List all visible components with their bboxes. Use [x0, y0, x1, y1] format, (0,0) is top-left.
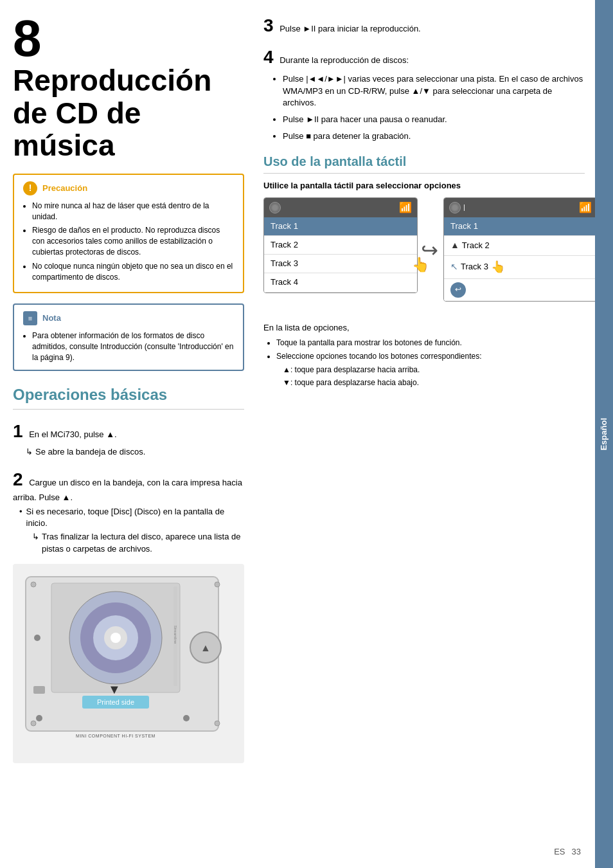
step-2-num: 2 [13, 469, 23, 489]
list-item: No coloque nunca ningún objeto que no se… [32, 261, 234, 283]
page-lang: ES [554, 846, 565, 858]
back-row[interactable]: ↩ [444, 279, 597, 301]
step-1: 1 En el MCi730, pulse ▲. ↳ Se abre la ba… [13, 419, 244, 457]
section-title-operaciones: Operaciones básicas [13, 384, 244, 410]
options-list: Toque la pantalla para mostrar los boton… [276, 338, 585, 388]
list-item: Riesgo de daños en el producto. No repro… [32, 225, 234, 257]
cd-player-svg: Printed side ▼ ▲ MINI COMPONENT HI-FI SY… [19, 570, 238, 757]
page-number: 33 [572, 846, 581, 858]
list-item: ▲: toque para desplazarse hacia arriba. [283, 365, 585, 375]
step-3-text: Pulse ►II para iniciar la reproducción. [280, 24, 421, 33]
list-item: No mire nunca al haz de láser que está d… [32, 201, 234, 222]
ts-header-1: 📶 [264, 198, 417, 217]
diagram-container: 📶 Track 1 Track 2 Track 3 Track 4 ↩ 👆 [263, 197, 585, 312]
caution-title: Precaución [42, 183, 87, 194]
nota-title: Nota [42, 312, 61, 324]
svg-text:MINI COMPONENT HI-FI SYSTEM: MINI COMPONENT HI-FI SYSTEM [76, 734, 155, 738]
svg-point-17 [31, 582, 36, 587]
track-row-d2-3[interactable]: ↙ Track 3 👆 [444, 256, 597, 279]
caution-box: ! Precaución No mire nunca al haz de lás… [13, 174, 244, 294]
svg-point-20 [215, 721, 220, 726]
cursor-icon: ↙ [450, 260, 458, 273]
list-item: Pulse ■ para detener la grabación. [283, 131, 585, 142]
track-row-3[interactable]: Track 3 [264, 255, 417, 273]
back-button-icon[interactable]: ↩ [450, 282, 466, 298]
caution-list: No mire nunca al haz de láser que está d… [32, 201, 234, 283]
list-item: ▼: toque para desplazarse hacia abajo. [283, 377, 585, 388]
list-item: Seleccione opciones tocando los botones … [276, 351, 585, 362]
step-4: 4 Durante la reproducción de discos: Pul… [263, 44, 585, 142]
triangle-up-icon: ▲ [450, 239, 459, 252]
nota-list: Para obtener información de los formatos… [32, 330, 234, 363]
subsection-title-pantalla: Uso de la pantalla táctil [263, 152, 585, 174]
caution-icon: ! [23, 181, 37, 195]
options-intro: En la lista de opciones, [263, 322, 585, 334]
svg-text:▼: ▼ [108, 682, 121, 696]
nota-box: ≡ Nota Para obtener información de los f… [13, 303, 244, 370]
step-1-sub: ↳ Se abre la bandeja de discos. [26, 446, 244, 458]
svg-point-14 [36, 715, 42, 721]
disc-icon [269, 202, 281, 213]
track-row-d2-2[interactable]: ▲ Track 2 [444, 236, 597, 256]
step-2-text: Cargue un disco en la bandeja, con la ca… [13, 478, 242, 502]
list-item: Para obtener información de los formatos… [32, 330, 234, 363]
svg-point-15 [183, 715, 190, 721]
nota-header: ≡ Nota [23, 311, 234, 325]
track-row-2[interactable]: Track 2 [264, 236, 417, 255]
side-tab: Español [595, 0, 613, 868]
list-item: Toque la pantalla para mostrar los boton… [276, 338, 585, 348]
options-section: En la lista de opciones, Toque la pantal… [263, 322, 585, 388]
svg-point-6 [111, 633, 121, 643]
track-row-4[interactable]: Track 4 [264, 273, 417, 292]
step-4-text: Durante la reproducción de discos: [280, 55, 409, 65]
svg-rect-13 [33, 686, 45, 694]
step-1-num: 1 [13, 421, 23, 441]
cd-image-area: Printed side ▼ ▲ MINI COMPONENT HI-FI SY… [13, 564, 244, 763]
step-3-num: 3 [263, 15, 274, 35]
track-row-d2-1[interactable]: Track 1 [444, 217, 597, 236]
nota-icon: ≡ [23, 311, 37, 325]
list-item: Pulse ►II para hacer una pausa o reanuda… [283, 114, 585, 125]
track-row-1[interactable]: Track 1 [264, 217, 417, 236]
step-4-list: Pulse |◄◄/►►| varias veces para seleccio… [283, 73, 585, 142]
step-4-num: 4 [263, 47, 274, 67]
list-item: Pulse |◄◄/►►| varias veces para seleccio… [283, 73, 585, 109]
step-2: 2 Cargue un disco en la bandeja, con la … [13, 467, 244, 555]
signal-icon: 📶 [399, 201, 412, 215]
page-footer: ES 33 [554, 846, 581, 858]
touchscreen-diagram-1: 📶 Track 1 Track 2 Track 3 Track 4 ↩ 👆 [263, 197, 418, 312]
step-3: 3 Pulse ►II para iniciar la reproducción… [263, 13, 585, 38]
chapter-title: Reproducción de CD de música [13, 64, 211, 162]
hand-cursor-2-icon: 👆 [491, 259, 505, 275]
ts-header-2: | 📶 [444, 198, 597, 217]
touchscreen-subheading: Utilice la pantalla táctil para seleccio… [263, 180, 585, 192]
touchscreen-diagram-2: | 📶 Track 1 ▲ Track 2 ↙ Track 3 [443, 197, 598, 312]
step-1-text: En el MCi730, pulse ▲. [29, 429, 116, 439]
svg-text:▲: ▲ [200, 642, 211, 653]
hand-cursor-icon: 👆 [412, 255, 429, 275]
svg-point-12 [34, 635, 40, 641]
side-tab-label: Español [598, 418, 610, 451]
signal-icon-2: 📶 [579, 201, 592, 215]
svg-text:Printed side: Printed side [97, 698, 134, 706]
disc-icon-2 [449, 202, 461, 213]
svg-point-19 [31, 721, 36, 726]
svg-text:Streamline: Streamline [173, 626, 177, 644]
svg-point-18 [215, 582, 220, 587]
chapter-number: 8 [13, 10, 42, 67]
caution-header: ! Precaución [23, 181, 234, 195]
